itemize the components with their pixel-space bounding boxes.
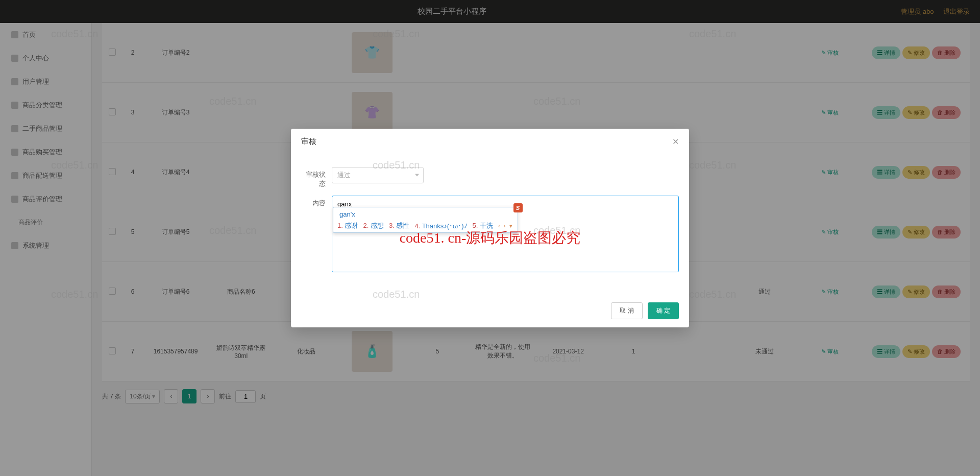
modal-overlay[interactable] [0,0,980,23]
